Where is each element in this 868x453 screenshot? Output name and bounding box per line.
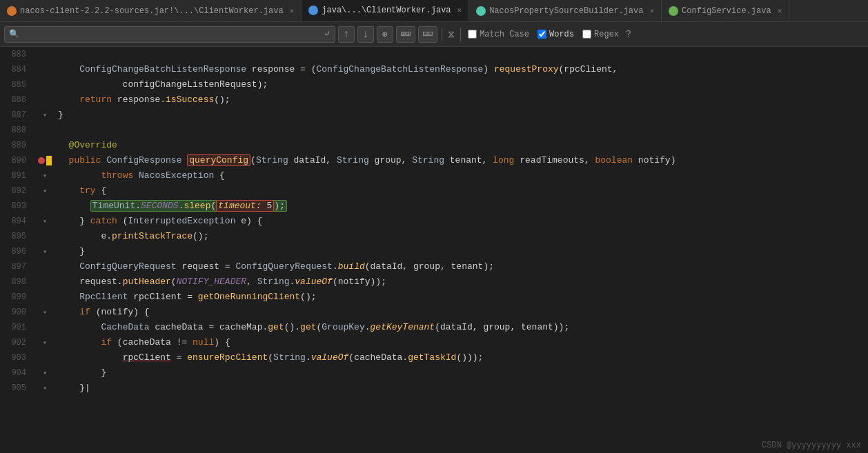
line-number-898: 898 [0,277,34,287]
code-line-887: 887▾} [0,108,868,123]
code-line-896: 896▾ } [0,244,868,259]
tab-label-4: ConfigService.java [682,6,771,16]
line-number-901: 901 [0,323,34,332]
tab-bar: nacos-client-2.2.2-sources.jar!\...\Clie… [0,0,868,22]
line-code-902: if (cacheData != null) { [55,335,230,350]
line-code-905: }| [55,381,90,396]
code-line-904: 904▾ } [0,365,868,381]
fold-icon-892[interactable]: ▾ [43,187,47,195]
regex-checkbox[interactable] [582,30,591,39]
line-code-889: @Override [55,138,117,153]
code-line-902: 902▾ if (cacheData != null) { [0,335,868,350]
breakpoint-890[interactable] [38,157,45,164]
search-prev-button[interactable]: ↑ [338,26,355,43]
code-line-895: 895 e.printStackTrace(); [0,229,868,244]
words-checkbox[interactable] [537,30,546,39]
search-input[interactable] [19,29,309,39]
line-code-899: RpcClient rpcClient = getOneRunningClien… [55,290,317,305]
tab-close-4[interactable]: ✕ [778,6,782,15]
line-icons-902: ▾ [34,339,55,347]
line-number-894: 894 [0,217,34,226]
line-number-893: 893 [0,201,34,211]
fold-icon-900[interactable]: ▾ [43,308,47,316]
search-input-wrap[interactable]: 🔍 ⤶ [4,26,335,43]
tab-icon-3 [476,6,486,16]
fold-icon-902[interactable]: ▾ [43,339,47,347]
line-number-883: 883 [0,50,34,59]
debug-marker-890 [46,156,52,165]
line-icons-896: ▾ [34,248,55,256]
code-line-894: 894▾ } catch (InterruptedException e) { [0,214,868,229]
line-code-900: if (notify) { [55,305,150,320]
search-bar: 🔍 ⤶ ↑ ↓ ⊕ ⊞⊞ ⊟⊟ ⧖ Match Case Words Regex… [0,22,868,47]
line-icons-887: ▾ [34,111,55,119]
line-code-891: throws NacosException { [55,168,225,183]
clear-search-icon[interactable]: ⤶ [324,29,331,39]
fold-icon-894[interactable]: ▾ [43,217,47,225]
code-line-901: 901 CacheData cacheData = cacheMap.get()… [0,320,868,335]
tab-file2[interactable]: java\...\ClientWorker.java ✕ [302,0,469,21]
code-line-905: 905▾ }| [0,381,868,396]
line-number-897: 897 [0,262,34,272]
line-number-885: 885 [0,80,34,90]
line-number-884: 884 [0,65,34,74]
tab-close-1[interactable]: ✕ [290,6,295,15]
regex-label: Regex [594,30,619,39]
line-code-884: ConfigChangeBatchListenResponse response… [55,62,618,77]
words-option[interactable]: Words [535,30,577,39]
tab-file3[interactable]: NacosPropertySourceBuilder.java ✕ [469,0,662,21]
fold-icon-905[interactable]: ▾ [43,384,47,392]
line-number-888: 888 [0,125,34,135]
code-line-892: 892▾ try { [0,183,868,199]
code-line-898: 898 request.putHeader(NOTIFY_HEADER, Str… [0,274,868,290]
search-filter2-button[interactable]: ⊟⊟ [418,26,437,43]
line-number-889: 889 [0,141,34,150]
match-case-checkbox[interactable] [468,30,477,39]
help-icon[interactable]: ? [626,29,631,39]
fold-icon-896[interactable]: ▾ [43,248,47,256]
match-case-option[interactable]: Match Case [465,30,532,39]
line-code-885: configChangeListenRequest); [55,77,268,92]
line-code-890: public ConfigResponse queryConfig(String… [55,153,675,168]
line-icons-891: ▾ [34,172,55,180]
filter-icon[interactable]: ⧖ [448,29,455,40]
code-content: 883884 ConfigChangeBatchListenResponse r… [0,47,868,453]
line-code-894: } catch (InterruptedException e) { [55,214,262,229]
tab-close-2[interactable]: ✕ [457,6,462,14]
line-number-896: 896 [0,247,34,256]
line-icons-890 [34,156,55,165]
tab-file1[interactable]: nacos-client-2.2.2-sources.jar!\...\Clie… [0,0,302,21]
search-find-word-button[interactable]: ⊕ [377,26,393,43]
tab-label-3: NacosPropertySourceBuilder.java [489,6,643,16]
line-number-892: 892 [0,186,34,196]
code-line-885: 885 configChangeListenRequest); [0,77,868,92]
line-code-901: CacheData cacheData = cacheMap.get().get… [55,320,569,335]
code-area: 883884 ConfigChangeBatchListenResponse r… [0,47,868,453]
code-line-891: 891▾ throws NacosException { [0,168,868,183]
line-number-904: 904 [0,368,34,378]
line-number-899: 899 [0,292,34,302]
line-number-887: 887 [0,110,34,120]
line-number-900: 900 [0,308,34,317]
tab-close-3[interactable]: ✕ [649,6,654,15]
line-code-903: rpcClient = ensureRpcClient(String.value… [55,350,483,365]
line-code-893: TimeUnit.SECONDS.sleep(timeout: 5); [55,199,287,214]
tab-file4[interactable]: ConfigService.java ✕ [662,0,789,21]
fold-icon-904[interactable]: ▾ [43,369,47,377]
code-line-883: 883 [0,47,868,62]
line-code-886: return response.isSuccess(); [55,92,230,108]
search-magnifier-icon: 🔍 [9,29,19,39]
line-icons-900: ▾ [34,308,55,316]
tab-icon-4 [669,6,678,16]
search-next-button[interactable]: ↓ [357,26,374,43]
line-icons-892: ▾ [34,187,55,195]
line-number-905: 905 [0,383,34,393]
code-line-886: 886 return response.isSuccess(); [0,92,868,108]
fold-icon-891[interactable]: ▾ [43,172,47,180]
regex-option[interactable]: Regex [580,30,622,39]
line-icons-894: ▾ [34,217,55,225]
search-filter-button[interactable]: ⊞⊞ [396,26,415,43]
code-line-890: 890 public ConfigResponse queryConfig(St… [0,153,868,168]
search-divider2 [460,28,461,41]
fold-icon-887[interactable]: ▾ [43,111,47,119]
